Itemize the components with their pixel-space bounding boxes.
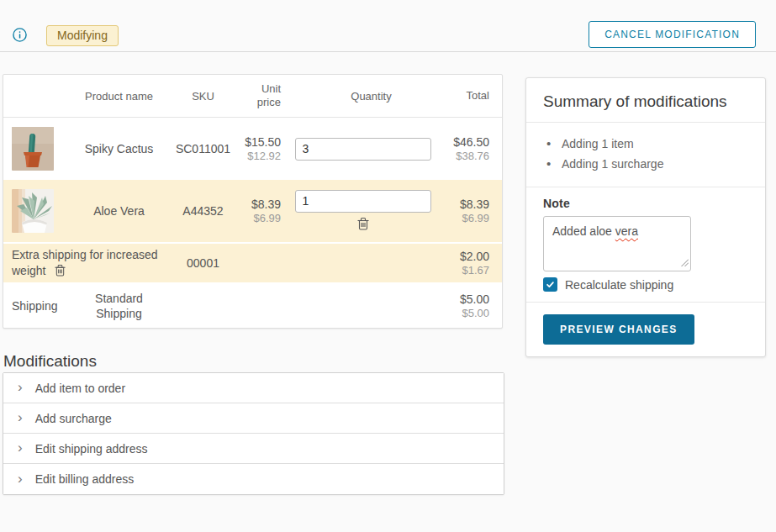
- unit-price: $8.39: [239, 198, 281, 211]
- order-items-table: Product name SKU Unit price Quantity Tot…: [3, 74, 503, 329]
- summary-item: Adding 1 surcharge: [546, 154, 748, 174]
- chevron-right-icon: ›: [18, 410, 23, 424]
- column-header-unit-price: Unit price: [239, 82, 281, 110]
- accordion-edit-shipping-address[interactable]: › Edit shipping address: [3, 434, 504, 464]
- modifications-accordion: › Add item to order › Add surcharge › Ed…: [3, 372, 504, 495]
- accordion-label: Edit billing address: [35, 472, 135, 486]
- recalculate-shipping-checkbox-row[interactable]: Recalculate shipping: [543, 277, 748, 292]
- product-sku: SC011001: [167, 142, 239, 155]
- chevron-right-icon: ›: [18, 471, 23, 486]
- summary-of-modifications-card: Summary of modifications Adding 1 item A…: [525, 77, 766, 357]
- resize-handle-icon[interactable]: [680, 255, 689, 269]
- status-badge: Modifying: [46, 25, 119, 46]
- quantity-input-spiky-cactus[interactable]: [295, 138, 431, 161]
- row-total: $8.39: [445, 198, 489, 211]
- row-total-secondary: $6.99: [445, 212, 489, 224]
- unit-price: $15.50: [239, 135, 281, 149]
- cancel-modification-button[interactable]: CANCEL MODIFICATION: [589, 21, 756, 48]
- accordion-label: Edit shipping address: [35, 442, 148, 456]
- accordion-edit-billing-address[interactable]: › Edit billing address: [3, 464, 504, 494]
- chevron-right-icon: ›: [18, 380, 23, 394]
- note-label: Note: [543, 197, 748, 210]
- shipping-total: $5.00: [445, 292, 489, 306]
- shipping-method: Standard Shipping: [82, 291, 157, 321]
- checkbox-checked[interactable]: [543, 277, 557, 292]
- summary-item: Adding 1 item: [546, 134, 748, 154]
- surcharge-total: $2.00: [445, 250, 489, 263]
- surcharge-sku: 00001: [167, 256, 239, 270]
- product-sku: A44352: [167, 204, 239, 218]
- column-header-sku: SKU: [167, 90, 239, 103]
- product-name: Aloe Vera: [71, 204, 167, 218]
- trash-icon: [55, 264, 66, 277]
- table-row-shipping: Shipping Standard Shipping $5.00 $5.00: [3, 284, 502, 328]
- row-total-secondary: $38.76: [445, 150, 489, 162]
- trash-icon: [357, 217, 369, 230]
- summary-title: Summary of modifications: [526, 78, 765, 122]
- shipping-total-secondary: $5.00: [445, 307, 489, 319]
- remove-aloe-vera-button[interactable]: [357, 217, 369, 233]
- table-row-aloe-vera: Aloe Vera A44352 $8.39 $6.99: [3, 180, 502, 244]
- chevron-right-icon: ›: [18, 440, 23, 455]
- shipping-label: Shipping: [3, 299, 71, 313]
- unit-price-secondary: $6.99: [239, 212, 281, 224]
- top-bar: Modifying CANCEL MODIFICATION: [0, 0, 776, 52]
- recalculate-shipping-label: Recalculate shipping: [565, 278, 673, 292]
- product-name: Spiky Cactus: [71, 142, 167, 155]
- table-row-surcharge: Extra shipping for increased weight 0000…: [3, 244, 502, 284]
- accordion-label: Add surcharge: [35, 412, 112, 425]
- surcharge-total-secondary: $1.67: [445, 264, 489, 277]
- spiky-cactus-photo: [12, 127, 54, 171]
- table-header-row: Product name SKU Unit price Quantity Tot…: [3, 75, 502, 118]
- modifications-title: Modifications: [3, 352, 97, 371]
- table-row-spiky-cactus: Spiky Cactus SC011001 $15.50 $12.92 $46.…: [3, 118, 502, 180]
- column-header-quantity: Quantity: [281, 90, 445, 103]
- check-icon: [546, 280, 555, 289]
- surcharge-label: Extra shipping for increased weight: [12, 248, 158, 277]
- column-header-total: Total: [445, 89, 502, 103]
- preview-changes-button[interactable]: PREVIEW CHANGES: [543, 314, 694, 345]
- remove-surcharge-button[interactable]: [55, 264, 66, 279]
- summary-list: Adding 1 item Adding 1 surcharge: [526, 123, 765, 187]
- unit-price-secondary: $12.92: [239, 150, 281, 162]
- accordion-label: Add item to order: [35, 382, 125, 395]
- aloe-vera-photo: [12, 189, 54, 233]
- accordion-add-surcharge[interactable]: › Add surcharge: [3, 403, 504, 434]
- row-total: $46.50: [445, 135, 489, 149]
- note-textarea[interactable]: Added aloe vera: [543, 216, 691, 271]
- note-text: Added aloe: [552, 224, 615, 238]
- note-text-misspelled: vera: [615, 224, 638, 238]
- accordion-add-item-to-order[interactable]: › Add item to order: [3, 373, 504, 403]
- column-header-product-name: Product name: [71, 90, 167, 103]
- quantity-input-aloe-vera[interactable]: [295, 190, 431, 213]
- info-icon[interactable]: [13, 28, 27, 42]
